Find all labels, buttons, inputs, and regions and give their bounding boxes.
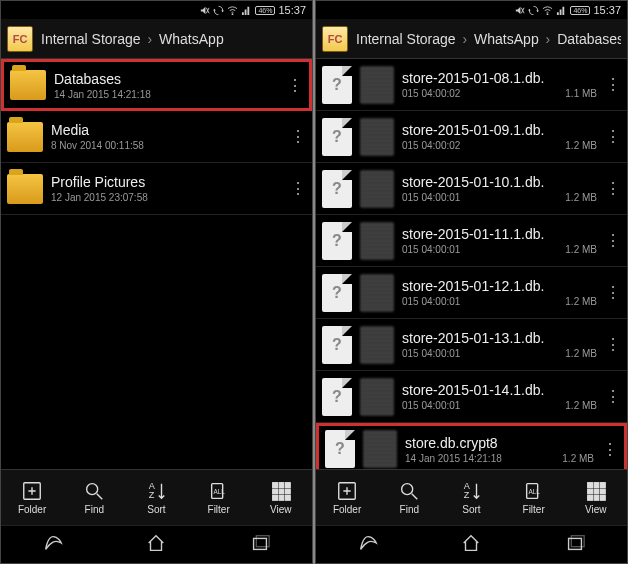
svg-rect-34 [569, 538, 582, 549]
toolbar: Folder Find AZSort ALLFilter View [316, 469, 627, 525]
more-icon[interactable]: ⋮ [602, 440, 618, 459]
item-date: 12 Jan 2015 23:07:58 [51, 192, 148, 203]
svg-rect-31 [588, 496, 593, 501]
status-icons: 46% 15:37 [199, 4, 306, 16]
item-sub: 015 04:00:011.2 MB [402, 244, 597, 255]
recent-icon[interactable] [249, 532, 271, 558]
list-item[interactable]: Databases14 Jan 2015 14:21:18⋮ [1, 59, 312, 111]
clock: 15:37 [593, 4, 621, 16]
item-size: 1.2 MB [565, 296, 597, 307]
more-icon[interactable]: ⋮ [605, 75, 621, 94]
sync-icon [213, 5, 224, 16]
back-icon[interactable] [42, 532, 64, 558]
crumb-0[interactable]: Internal Storage [356, 31, 456, 47]
blur-prefix [360, 222, 394, 260]
crumb-2[interactable]: Databases [557, 31, 621, 47]
chevron-right-icon: › [148, 31, 153, 47]
list-item[interactable]: ?store-2015-01-10.1.db.015 04:00:011.2 M… [316, 163, 627, 215]
mute-icon [199, 5, 210, 16]
more-icon[interactable]: ⋮ [605, 179, 621, 198]
item-name: store-2015-01-11.1.db. [402, 226, 597, 242]
wifi-icon [227, 5, 238, 16]
breadcrumb[interactable]: Internal Storage › WhatsApp [41, 31, 306, 47]
folder-list[interactable]: Databases14 Jan 2015 14:21:18⋮Media8 Nov… [1, 59, 312, 469]
more-icon[interactable]: ⋮ [290, 179, 306, 198]
crumb-1[interactable]: WhatsApp [159, 31, 224, 47]
view-button[interactable]: View [254, 480, 308, 515]
filter-button[interactable]: ALLFilter [192, 480, 246, 515]
titlebar: FC Internal Storage › WhatsApp › Databas… [316, 19, 627, 59]
row-main: store-2015-01-10.1.db.015 04:00:011.2 MB [402, 174, 597, 203]
more-icon[interactable]: ⋮ [290, 127, 306, 146]
list-item[interactable]: ?store-2015-01-13.1.db.015 04:00:011.2 M… [316, 319, 627, 371]
row-main: store.db.crypt814 Jan 2015 14:21:181.2 M… [405, 435, 594, 464]
list-item[interactable]: Media8 Nov 2014 00:11:58⋮ [1, 111, 312, 163]
item-sub: 14 Jan 2015 14:21:181.2 MB [405, 453, 594, 464]
item-name: Profile Pictures [51, 174, 282, 190]
file-list[interactable]: ?store-2015-01-08.1.db.015 04:00:021.1 M… [316, 59, 627, 469]
svg-rect-25 [588, 483, 593, 488]
svg-text:ALL: ALL [213, 488, 225, 495]
app-icon[interactable]: FC [322, 26, 348, 52]
list-item[interactable]: Profile Pictures12 Jan 2015 23:07:58⋮ [1, 163, 312, 215]
svg-rect-11 [279, 489, 284, 494]
sort-button[interactable]: AZSort [129, 480, 183, 515]
crumb-0[interactable]: Internal Storage [41, 31, 141, 47]
folder-button[interactable]: Folder [320, 480, 374, 515]
row-main: store-2015-01-12.1.db.015 04:00:011.2 MB [402, 278, 597, 307]
more-icon[interactable]: ⋮ [605, 127, 621, 146]
item-sub: 12 Jan 2015 23:07:58 [51, 192, 282, 203]
list-item[interactable]: ?store-2015-01-11.1.db.015 04:00:011.2 M… [316, 215, 627, 267]
list-item[interactable]: ?store-2015-01-12.1.db.015 04:00:011.2 M… [316, 267, 627, 319]
file-icon: ? [322, 378, 352, 416]
item-size: 1.2 MB [565, 400, 597, 411]
back-icon[interactable] [357, 532, 379, 558]
chevron-right-icon: › [546, 31, 551, 47]
home-icon[interactable] [145, 532, 167, 558]
app-icon[interactable]: FC [7, 26, 33, 52]
list-item[interactable]: ?store-2015-01-09.1.db.015 04:00:021.2 M… [316, 111, 627, 163]
svg-point-20 [402, 484, 413, 495]
more-icon[interactable]: ⋮ [605, 387, 621, 406]
home-icon[interactable] [460, 532, 482, 558]
list-item[interactable]: ?store-2015-01-08.1.db.015 04:00:021.1 M… [316, 59, 627, 111]
svg-rect-29 [594, 489, 599, 494]
more-icon[interactable]: ⋮ [605, 283, 621, 302]
folder-icon [7, 174, 43, 204]
row-main: Databases14 Jan 2015 14:21:18 [54, 71, 279, 100]
battery-indicator: 46% [570, 6, 590, 15]
folder-button[interactable]: Folder [5, 480, 59, 515]
more-icon[interactable]: ⋮ [605, 231, 621, 250]
file-icon: ? [322, 118, 352, 156]
svg-rect-30 [600, 489, 605, 494]
crumb-1[interactable]: WhatsApp [474, 31, 539, 47]
svg-rect-15 [285, 496, 290, 501]
right-screen: 46% 15:37 FC Internal Storage › WhatsApp… [315, 0, 628, 564]
svg-point-18 [547, 13, 549, 15]
filter-label: Filter [523, 504, 545, 515]
item-date: 015 04:00:01 [402, 348, 460, 359]
nav-bar [1, 525, 312, 563]
view-button[interactable]: View [569, 480, 623, 515]
svg-text:Z: Z [464, 490, 470, 500]
item-date: 015 04:00:01 [402, 244, 460, 255]
item-name: store-2015-01-09.1.db. [402, 122, 597, 138]
item-sub: 015 04:00:011.2 MB [402, 192, 597, 203]
recent-icon[interactable] [564, 532, 586, 558]
list-item[interactable]: ?store-2015-01-14.1.db.015 04:00:011.2 M… [316, 371, 627, 423]
filter-button[interactable]: ALLFilter [507, 480, 561, 515]
status-icons: 46% 15:37 [514, 4, 621, 16]
find-button[interactable]: Find [382, 480, 436, 515]
more-icon[interactable]: ⋮ [287, 76, 303, 95]
mute-icon [514, 5, 525, 16]
breadcrumb[interactable]: Internal Storage › WhatsApp › Databases [356, 31, 621, 47]
more-icon[interactable]: ⋮ [605, 335, 621, 354]
list-item[interactable]: ?store.db.crypt814 Jan 2015 14:21:181.2 … [316, 423, 627, 469]
sort-button[interactable]: AZSort [444, 480, 498, 515]
svg-rect-12 [285, 489, 290, 494]
svg-rect-32 [594, 496, 599, 501]
find-button[interactable]: Find [67, 480, 121, 515]
svg-rect-14 [279, 496, 284, 501]
item-sub: 14 Jan 2015 14:21:18 [54, 89, 279, 100]
file-icon: ? [322, 326, 352, 364]
